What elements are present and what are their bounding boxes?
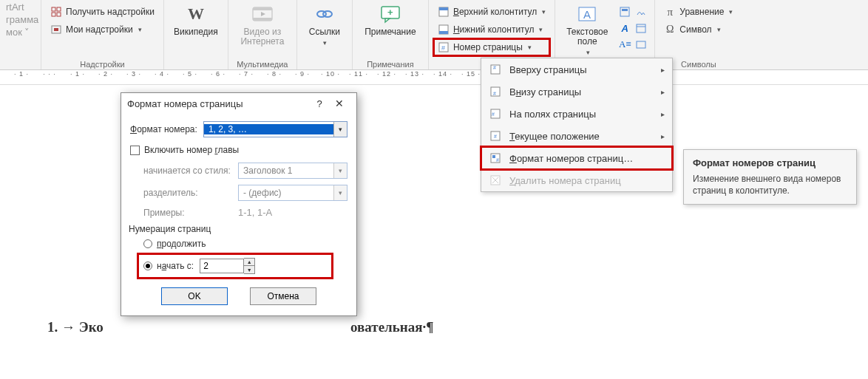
online-video-button[interactable]: Видео из Интернета	[234, 1, 291, 47]
svg-rect-27	[637, 41, 645, 48]
tooltip-format-page-numbers: Формат номеров страниц Изменение внешнег…	[683, 149, 857, 205]
wikipedia-label: Википедия	[174, 27, 218, 37]
menu-page-margins[interactable]: # На полях страницы ▸	[481, 103, 672, 125]
horizontal-ruler[interactable]: · 1 ·· · ·· 1 ·· 2 ·· 3 ·· 4 ·· 5 ·· 6 ·…	[0, 70, 868, 85]
document-text-left: 1. → Эко	[47, 319, 104, 335]
header-icon	[438, 6, 450, 18]
date-icon[interactable]	[634, 21, 648, 35]
links-button[interactable]: Ссылки ▾	[303, 1, 346, 47]
header-button[interactable]: Верхний колонтитул ▾	[435, 4, 549, 19]
continue-radio[interactable]: продолжить	[143, 239, 347, 249]
include-chapter-checkbox[interactable]: Включить номер главы	[130, 145, 347, 155]
omega-icon: Ω	[664, 24, 676, 35]
equation-button[interactable]: π Уравнение ▾	[661, 4, 736, 19]
comment-button[interactable]: + Примечание	[359, 1, 422, 37]
menu-bottom-of-page[interactable]: # Внизу страницы ▸	[481, 81, 672, 103]
pi-icon: π	[664, 6, 676, 18]
spin-up-button[interactable]: ▲	[244, 259, 254, 266]
svg-rect-7	[253, 7, 272, 10]
separator-combo: - (дефис) ▾	[238, 185, 347, 201]
page-margins-icon: #	[489, 107, 502, 120]
start-at-radio[interactable]: начать с:	[143, 261, 194, 271]
page-top-icon: #	[489, 63, 502, 76]
addins-icon	[50, 24, 62, 35]
submenu-arrow-icon: ▸	[661, 110, 665, 118]
svg-rect-1	[57, 7, 61, 11]
chevron-down-icon: ▾	[542, 8, 546, 16]
svg-text:#: #	[493, 91, 496, 96]
wikipedia-button[interactable]: W Википедия	[170, 1, 222, 37]
svg-rect-25	[637, 24, 645, 33]
cancel-button[interactable]: Отмена	[250, 287, 316, 305]
svg-text:#: #	[496, 157, 499, 163]
textbox-icon: A	[576, 3, 598, 25]
group-media-label: Мультимедиа	[237, 58, 288, 69]
footer-icon	[438, 24, 450, 35]
format-numbers-icon: #	[489, 151, 502, 165]
document-text-right: овательная·¶	[350, 319, 434, 335]
smartart-label-1[interactable]: rtArt	[6, 1, 24, 13]
signature-icon[interactable]	[634, 4, 648, 19]
footer-button[interactable]: Нижний колонтитул ▾	[435, 22, 549, 37]
my-addins-button[interactable]: Мои надстройки ▾	[47, 22, 157, 37]
svg-rect-5	[54, 28, 58, 31]
start-at-input[interactable]	[200, 259, 244, 273]
start-at-spinner[interactable]: ▲ ▼	[200, 258, 255, 274]
header-label: Верхний колонтитул	[453, 7, 537, 17]
symbol-button[interactable]: Ω Символ ▾	[661, 22, 736, 37]
get-addins-button[interactable]: Получить надстройки	[47, 4, 157, 19]
svg-rect-23	[620, 7, 629, 16]
dialog-titlebar[interactable]: Формат номера страницы ? ✕	[121, 93, 356, 114]
symbol-label: Символ	[679, 24, 711, 35]
tooltip-body: Изменение внешнего вида номеров страниц …	[693, 173, 847, 197]
dropcap-icon[interactable]: A≡	[617, 37, 632, 52]
textbox-label: Текстовое поле	[566, 27, 608, 47]
links-label: Ссылки	[309, 27, 340, 37]
menu-current-position[interactable]: # Текущее положение ▸	[481, 125, 672, 147]
object-icon[interactable]	[634, 37, 648, 52]
starts-with-style-value: Заголовок 1	[239, 165, 333, 176]
dialog-title: Формат номера страницы	[127, 98, 311, 109]
smartart-label-2[interactable]: грамма	[6, 14, 38, 25]
submenu-arrow-icon: ▸	[661, 88, 665, 96]
remove-numbers-icon	[489, 174, 502, 187]
footer-label: Нижний колонтитул	[453, 24, 535, 35]
svg-rect-8	[253, 18, 272, 21]
ok-button[interactable]: OK	[161, 287, 228, 305]
combo-dropdown-button: ▾	[333, 185, 347, 200]
svg-rect-24	[622, 9, 628, 11]
numbering-group-title: Нумерация страниц	[129, 224, 347, 234]
wikipedia-icon: W	[185, 3, 207, 25]
examples-label: Примеры:	[143, 208, 232, 218]
dialog-close-button[interactable]: ✕	[328, 98, 350, 109]
page-number-button[interactable]: # Номер страницы ▾	[435, 40, 549, 55]
smartart-label-3[interactable]: мок ˅	[6, 27, 30, 38]
chevron-down-icon: ▾	[729, 8, 733, 16]
combo-dropdown-button[interactable]: ▾	[333, 122, 347, 137]
menu-format-page-numbers[interactable]: # Формат номеров страниц…	[481, 147, 672, 169]
svg-point-11	[323, 11, 332, 17]
group-addins: Получить надстройки Мои надстройки ▾ Над…	[41, 0, 164, 69]
equation-label: Уравнение	[679, 7, 724, 17]
svg-text:#: #	[493, 65, 496, 70]
link-icon	[313, 3, 336, 25]
svg-text:+: +	[387, 7, 393, 18]
current-position-icon: #	[489, 129, 502, 143]
quick-parts-icon[interactable]	[617, 4, 632, 19]
page-number-icon: #	[438, 41, 450, 53]
svg-rect-37	[492, 155, 495, 158]
spin-down-button[interactable]: ▼	[244, 266, 254, 273]
wordart-icon[interactable]: A	[617, 21, 632, 35]
menu-top-of-page[interactable]: # Вверху страницы ▸	[481, 58, 672, 81]
svg-rect-16	[439, 7, 448, 10]
chevron-down-icon: ▾	[539, 26, 543, 33]
textbox-button[interactable]: A Текстовое поле ▾	[561, 1, 613, 56]
number-format-label: Формат номера:	[130, 124, 197, 134]
menu-remove-page-numbers: Удалить номера страниц	[481, 169, 672, 191]
dialog-help-button[interactable]: ?	[311, 98, 328, 109]
group-wiki: W Википедия	[164, 0, 228, 69]
separator-label: разделитель:	[143, 188, 232, 198]
number-format-combo[interactable]: 1, 2, 3, … ▾	[203, 121, 347, 137]
get-addins-label: Получить надстройки	[66, 7, 155, 17]
radio-icon	[143, 262, 152, 270]
